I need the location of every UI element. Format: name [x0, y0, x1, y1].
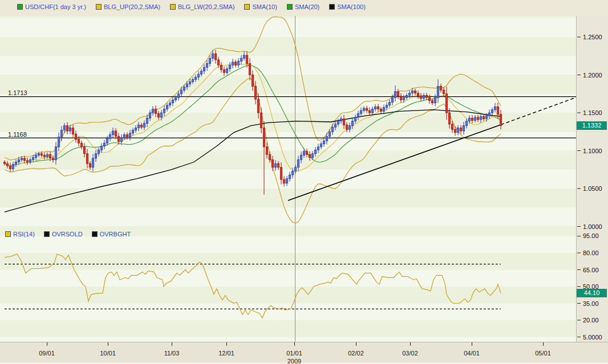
- price-legend-item-0[interactable]: USD/CHF(1 day 3 yr.): [17, 3, 86, 10]
- price-axis-label: 1.1000: [583, 148, 602, 154]
- price-legend-label: BLG_UP(20,2,SMA): [104, 3, 160, 10]
- rsi-axis-label: 95.00: [583, 232, 599, 239]
- rsi-axis-label: 80.00: [583, 250, 599, 256]
- time-axis-label: 03/02: [402, 350, 418, 357]
- price-axis-label: 1.2500: [583, 34, 602, 40]
- rsi-legend-swatch-icon: [5, 231, 11, 237]
- price-axis-label: 1.2000: [583, 72, 602, 79]
- price-legend-label: SMA(100): [337, 3, 366, 10]
- price-panel-surface[interactable]: [0, 16, 576, 229]
- rsi-axis-label: 20.00: [583, 317, 599, 324]
- chart-canvas: 1.25001.20001.15001.10001.05001.000095.0…: [0, 0, 608, 364]
- price-legend-swatch-icon: [96, 4, 102, 10]
- price-axis-label: 1.1500: [583, 109, 602, 116]
- resistance-price-label: 1.1713: [8, 89, 27, 96]
- price-legend-swatch-icon: [329, 4, 335, 10]
- rsi-legend-item-2[interactable]: OVRBGHT: [92, 231, 131, 238]
- rsi-legend-label: RSI(14): [13, 231, 35, 238]
- price-legend-label: USD/CHF(1 day 3 yr.): [25, 3, 86, 10]
- rsi-legend-label: OVRSOLD: [52, 231, 83, 238]
- chart-window: 1.25001.20001.15001.10001.05001.000095.0…: [0, 0, 608, 364]
- rsi-axis-label: 65.00: [583, 267, 599, 273]
- rsi-axis-label: 5.0000: [583, 334, 602, 341]
- last-price-badge: 1.1332: [577, 121, 607, 130]
- time-axis-label: 09/01: [39, 350, 55, 357]
- price-legend-item-2[interactable]: BLG_LW(20,2,SMA): [170, 3, 234, 10]
- price-legend-item-3[interactable]: SMA(10): [244, 3, 277, 10]
- price-legend-item-1[interactable]: BLG_UP(20,2,SMA): [96, 3, 160, 10]
- price-legend-swatch-icon: [287, 4, 293, 10]
- time-axis-label: 11/03: [164, 350, 180, 357]
- time-axis-label: 10/01: [100, 350, 116, 357]
- price-legend: USD/CHF(1 day 3 yr.)BLG_UP(20,2,SMA)BLG_…: [17, 3, 366, 10]
- rsi-legend-item-1[interactable]: OVRSOLD: [44, 231, 83, 238]
- rsi-legend-swatch-icon: [44, 231, 50, 237]
- price-legend-item-5[interactable]: SMA(100): [329, 3, 366, 10]
- price-legend-swatch-icon: [170, 4, 176, 10]
- time-axis-label: 12/01: [218, 350, 234, 357]
- price-axis-label: 1.0500: [583, 185, 602, 192]
- plot-background: [0, 0, 608, 364]
- time-axis-label: 05/01: [535, 350, 551, 357]
- price-legend-item-4[interactable]: SMA(20): [287, 3, 319, 10]
- price-legend-swatch-icon: [17, 4, 23, 10]
- last-rsi-badge: 44.10: [577, 289, 607, 297]
- year-label: 2009: [282, 358, 307, 364]
- rsi-legend: RSI(14)OVRSOLDOVRBGHT: [5, 231, 131, 238]
- rsi-legend-item-0[interactable]: RSI(14): [5, 231, 35, 238]
- price-legend-label: BLG_LW(20,2,SMA): [178, 3, 234, 10]
- price-legend-label: SMA(10): [252, 3, 277, 10]
- time-axis-label: 02/02: [348, 350, 364, 357]
- price-axis-label: 1.0000: [583, 223, 602, 230]
- rsi-axis-label: 35.00: [583, 300, 599, 307]
- time-axis-label: 04/01: [464, 350, 480, 357]
- support-price-label: 1.1168: [8, 131, 27, 138]
- price-legend-swatch-icon: [244, 4, 250, 10]
- time-axis-label: 01/01: [286, 350, 302, 357]
- rsi-panel-surface[interactable]: [0, 229, 576, 342]
- rsi-legend-label: OVRBGHT: [100, 231, 131, 238]
- rsi-legend-swatch-icon: [92, 231, 98, 237]
- price-legend-label: SMA(20): [295, 3, 319, 10]
